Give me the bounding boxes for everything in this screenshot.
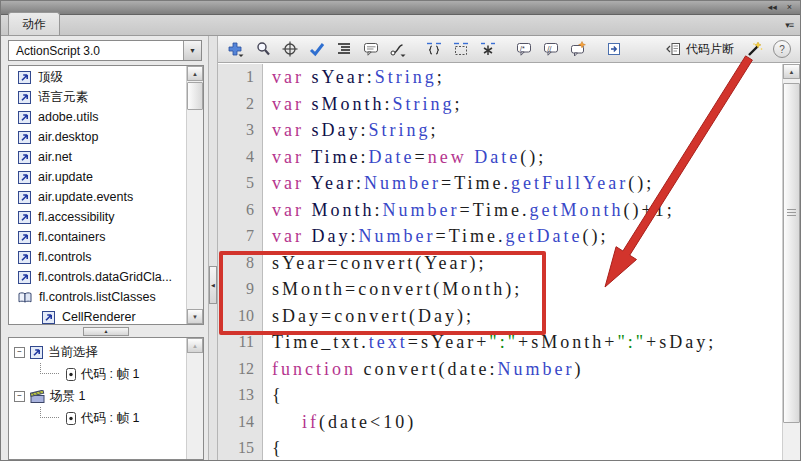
debug-options-button[interactable] bbox=[385, 38, 410, 60]
collapse-box-icon[interactable]: − bbox=[14, 347, 25, 358]
package-tree-item[interactable]: fl.accessibility bbox=[9, 207, 203, 227]
collapse-box-icon[interactable]: − bbox=[14, 391, 25, 402]
line-number: 3 bbox=[218, 117, 254, 144]
package-tree-item[interactable]: fl.controls.listClasses bbox=[9, 287, 203, 307]
code-line-13[interactable]: { bbox=[272, 382, 800, 409]
tree-connector bbox=[31, 407, 61, 429]
package-tree-item[interactable]: air.update.events bbox=[9, 187, 203, 207]
code-token: { bbox=[272, 438, 284, 458]
code-token: if bbox=[302, 412, 319, 432]
code-line-2[interactable]: var sMonth:String; bbox=[272, 91, 800, 118]
chevron-down-icon[interactable]: ▼ bbox=[183, 41, 201, 60]
script-tree-item[interactable]: 代码 : 帧 1 bbox=[9, 407, 203, 429]
code-token: : bbox=[356, 173, 364, 193]
package-tree-item[interactable]: air.net bbox=[9, 147, 203, 167]
code-line-8[interactable]: sYear=convert(Year); bbox=[272, 250, 800, 277]
script-tree-item[interactable]: −当前选择 bbox=[9, 341, 203, 363]
add-script-item-button[interactable] bbox=[223, 38, 248, 60]
code-token: sYear bbox=[311, 67, 366, 87]
expand-all-button[interactable] bbox=[475, 38, 500, 60]
script-tree-item-label: 当前选择 bbox=[48, 344, 98, 361]
tab-actions[interactable]: 动作 bbox=[8, 12, 60, 35]
code-token: Year bbox=[311, 173, 356, 193]
show-code-hint-icon bbox=[363, 41, 379, 57]
package-tree-item[interactable]: 顶级 bbox=[9, 67, 203, 87]
code-token: (date<10) bbox=[319, 412, 416, 432]
remove-comment-button[interactable] bbox=[565, 38, 590, 60]
scroll-down-icon[interactable]: ▼ bbox=[187, 309, 203, 324]
package-tree-item[interactable]: fl.controls.dataGridCla... bbox=[9, 267, 203, 287]
collapse-left-icon[interactable]: ◀ bbox=[209, 266, 217, 304]
horizontal-splitter[interactable]: ▲ bbox=[8, 325, 204, 337]
package-tree-item[interactable]: 语言元素 bbox=[9, 87, 203, 107]
code-line-3[interactable]: var sDay:String; bbox=[272, 117, 800, 144]
code-snippets-button[interactable]: 代码片断 bbox=[665, 41, 734, 58]
code-line-7[interactable]: var Day:Number=Time.getDate(); bbox=[272, 223, 800, 250]
code-line-10[interactable]: sDay=convert(Day); bbox=[272, 303, 800, 330]
code-token: : bbox=[360, 120, 368, 140]
scrollbar-thumb[interactable] bbox=[783, 83, 800, 423]
check-syntax-button[interactable] bbox=[304, 38, 329, 60]
code-token: var bbox=[272, 67, 304, 87]
package-tree-item[interactable]: adobe.utils bbox=[9, 107, 203, 127]
scroll-up-icon[interactable]: ▲ bbox=[783, 64, 800, 79]
code-line-5[interactable]: var Year:Number=Time.getFullYear(); bbox=[272, 170, 800, 197]
show-hide-toolbox-button[interactable] bbox=[601, 38, 626, 60]
auto-format-button[interactable] bbox=[331, 38, 356, 60]
scroll-up-icon[interactable]: ▲ bbox=[187, 338, 203, 353]
code-token: function bbox=[272, 359, 356, 379]
package-tree-item[interactable]: fl.controls bbox=[9, 247, 203, 267]
package-tree-item[interactable]: air.update bbox=[9, 167, 203, 187]
actionscript-version-select[interactable]: ActionScript 3.0 ▼ bbox=[8, 40, 202, 61]
collapse-between-braces-button[interactable] bbox=[421, 38, 446, 60]
code-line-9[interactable]: sMonth=convert(Month); bbox=[272, 276, 800, 303]
package-tree-item-label: fl.accessibility bbox=[38, 210, 114, 224]
collapse-to-icons-button[interactable]: ◂◂ bbox=[768, 3, 777, 12]
code-line-4[interactable]: var Time:Date=new Date(); bbox=[272, 144, 800, 171]
collapse-up-icon[interactable]: ▲ bbox=[83, 327, 129, 336]
script-tree-item[interactable]: −场景 1 bbox=[9, 385, 203, 407]
scroll-up-icon[interactable]: ▲ bbox=[187, 66, 203, 81]
code-line-14[interactable]: if(date<10) bbox=[272, 409, 800, 436]
code-text[interactable]: var sYear:String;var sMonth:String;var s… bbox=[263, 64, 800, 460]
code-token: String bbox=[369, 120, 431, 140]
line-number: 4 bbox=[218, 144, 254, 171]
editor-scrollbar[interactable]: ▲ bbox=[782, 64, 800, 460]
script-tree-scrollbar[interactable]: ▲ bbox=[186, 338, 203, 459]
line-number: 14 bbox=[218, 409, 254, 436]
code-token: ":" bbox=[617, 332, 646, 352]
show-code-hint-button[interactable] bbox=[358, 38, 383, 60]
code-token: { bbox=[272, 385, 284, 405]
code-line-15[interactable]: { bbox=[272, 435, 800, 460]
code-line-1[interactable]: var sYear:String; bbox=[272, 64, 800, 91]
script-tree-item[interactable]: 代码 : 帧 1 bbox=[9, 363, 203, 385]
package-tree-item[interactable]: air.desktop bbox=[9, 127, 203, 147]
collapse-selection-button[interactable] bbox=[448, 38, 473, 60]
package-tree-item[interactable]: fl.containers bbox=[9, 227, 203, 247]
apply-block-comment-button[interactable]: /* bbox=[511, 38, 536, 60]
package-arrow-icon bbox=[18, 111, 31, 124]
help-icon[interactable]: ? bbox=[773, 40, 791, 58]
code-token: Number bbox=[359, 226, 436, 246]
package-tree-item[interactable]: CellRenderer bbox=[9, 307, 203, 325]
script-assist-wand-icon[interactable] bbox=[741, 38, 766, 60]
apply-block-comment-icon: /* bbox=[516, 41, 532, 57]
package-tree-item-label: 顶级 bbox=[38, 69, 63, 86]
panel-menu-icon[interactable]: ▾≡ bbox=[785, 20, 793, 30]
code-line-11[interactable]: Time_txt.text=sYear+":"+sMonth+":"+sDay; bbox=[272, 329, 800, 356]
find-button[interactable] bbox=[250, 38, 275, 60]
package-tree: 顶级语言元素adobe.utilsair.desktopair.netair.u… bbox=[8, 65, 204, 325]
package-tree-scrollbar[interactable]: ▲ ▼ bbox=[186, 66, 203, 324]
code-token: +sMonth+ bbox=[518, 332, 617, 352]
auto-format-icon bbox=[336, 41, 352, 57]
line-number: 6 bbox=[218, 197, 254, 224]
package-arrow-icon bbox=[18, 231, 31, 244]
code-token: String bbox=[375, 67, 437, 87]
scrollbar-thumb[interactable] bbox=[187, 82, 203, 110]
close-panel-button[interactable]: × bbox=[787, 3, 792, 12]
vertical-splitter[interactable]: ◀ bbox=[208, 36, 218, 460]
apply-line-comment-button[interactable]: // bbox=[538, 38, 563, 60]
code-line-12[interactable]: function convert(date:Number) bbox=[272, 356, 800, 383]
code-line-6[interactable]: var Month:Number=Time.getMonth()+1; bbox=[272, 197, 800, 224]
insert-target-path-button[interactable] bbox=[277, 38, 302, 60]
